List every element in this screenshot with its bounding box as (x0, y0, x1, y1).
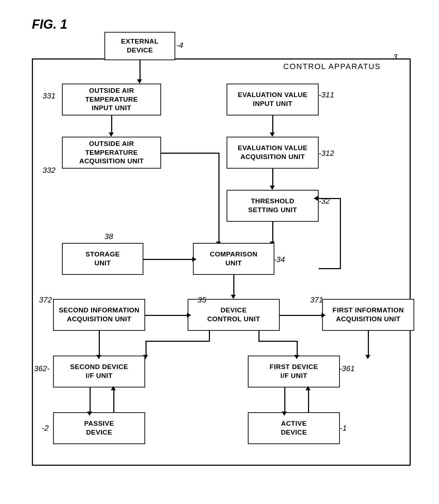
arrowhead-1st-if-to-active-1 (282, 412, 287, 416)
ref-label-4: -4 (176, 41, 183, 50)
ref-label-362: 362- (34, 364, 50, 373)
evaluation-value-acq-box: EVALUATION VALUE ACQUISITION UNIT (227, 137, 319, 169)
arrowhead-storage-right (192, 257, 196, 262)
ref-label-311: -311 (319, 90, 334, 100)
arrow-active-to-1st-if (308, 387, 309, 413)
arrowhead-ext-to-oat (137, 79, 142, 84)
arrowhead-2nd-if-to-passive-1 (87, 412, 92, 416)
ref-label-35: 35 (198, 295, 206, 305)
arrowhead-eval-input-to-acq (270, 132, 275, 137)
arrowhead-2nd-info-to-if (96, 355, 101, 359)
arrow-eval-acq-to-threshold (272, 169, 273, 187)
figure-title: FIG. 1 (32, 17, 67, 32)
arrow-feedback-h-top (319, 198, 341, 199)
ref-label-372: 372 (39, 295, 52, 305)
ref-label-332: 332 (42, 166, 56, 175)
arrowhead-1st-info-to-if (365, 355, 370, 359)
threshold-setting-box: THRESHOLD SETTING UNIT (227, 190, 319, 222)
arrow-oat-acq-h (161, 153, 219, 154)
arrow-oat-input-to-acq (111, 115, 112, 134)
arrow-ext-to-oat (139, 60, 141, 81)
ref-label-312: -312 (319, 149, 334, 158)
evaluation-value-input-box: EVALUATION VALUE INPUT UNIT (227, 84, 319, 115)
arrowhead-feedback (314, 196, 318, 201)
arrow-dcu-down-left-v (209, 331, 210, 341)
arrow-feedback-h-bottom (319, 268, 341, 269)
arrow-1st-if-to-active-1 (284, 387, 285, 413)
ref-label-371: 371 (310, 295, 323, 305)
first-info-acq-box: FIRST INFORMATION ACQUISITION UNIT (322, 299, 414, 331)
arrowhead-passive-to-2nd-if (111, 386, 116, 390)
arrow-feedback-v (340, 198, 341, 269)
arrow-2nd-info-to-if (99, 331, 100, 356)
ref-label-34: -34 (274, 255, 285, 264)
active-device-box: ACTIVE DEVICE (248, 412, 340, 444)
passive-device-box: PASSIVE DEVICE (53, 412, 145, 444)
arrow-dcu-down-right-v (258, 331, 260, 341)
arrow-dcu-to-2nd-if-v2 (146, 341, 147, 356)
ref-label-361: -361 (339, 364, 355, 373)
arrowhead-oat-input-to-acq (109, 132, 114, 137)
storage-box: STORAGE UNIT (62, 243, 143, 275)
arrow-1st-info-to-if (368, 331, 369, 356)
arrow-storage-right (143, 259, 194, 260)
outside-air-temp-input-box: OUTSIDE AIR TEMPERATURE INPUT UNIT (62, 84, 161, 115)
arrow-threshold-to-comparison (272, 222, 273, 243)
second-device-if-box: SECOND DEVICE I/F UNIT (53, 356, 145, 387)
control-apparatus-label: CONTROL APPARATUS (283, 62, 381, 71)
arrowhead-dcu-to-2nd-if (143, 355, 148, 359)
arrow-dcu-down-right-h (258, 341, 297, 342)
arrow-oat-acq-v (218, 153, 219, 243)
comparison-box: COMPARISON UNIT (193, 243, 274, 275)
page: FIG. 1 3 CONTROL APPARATUS EXTERNAL DEVI… (0, 0, 439, 504)
first-device-if-box: FIRST DEVICE I/F UNIT (248, 356, 340, 387)
arrow-2nd-info-to-dcu (145, 315, 188, 316)
arrow-2nd-if-to-passive-1 (90, 387, 91, 413)
arrowhead-eval-acq-to-threshold (270, 186, 275, 190)
arrowhead-dcu-to-1st-info (321, 313, 326, 318)
arrow-eval-input-to-acq (272, 115, 273, 134)
ref-label-1: -1 (340, 424, 347, 433)
arrowhead-active-to-1st-if (306, 386, 310, 390)
arrow-comparison-to-dcu (233, 275, 234, 296)
external-device-box: EXTERNAL DEVICE (104, 32, 175, 60)
arrow-dcu-to-1st-if-v2 (297, 341, 298, 356)
arrowhead-comparison-to-dcu (231, 295, 236, 299)
arrowhead-2nd-info-to-dcu (187, 313, 191, 318)
ref-label-331: 331 (42, 91, 56, 101)
arrow-passive-to-2nd-if (113, 387, 114, 413)
second-info-acq-box: SECOND INFORMATION ACQUISITION UNIT (53, 299, 145, 331)
ref-label-38: 38 (104, 232, 113, 241)
arrow-dcu-down-left-h (146, 341, 210, 342)
arrow-dcu-to-1st-info (280, 315, 323, 316)
arrowhead-dcu-to-1st-if (294, 355, 299, 359)
outside-air-temp-acq-box: OUTSIDE AIR TEMPERATURE ACQUISITION UNIT (62, 137, 161, 169)
ref-label-2: -2 (42, 424, 49, 433)
